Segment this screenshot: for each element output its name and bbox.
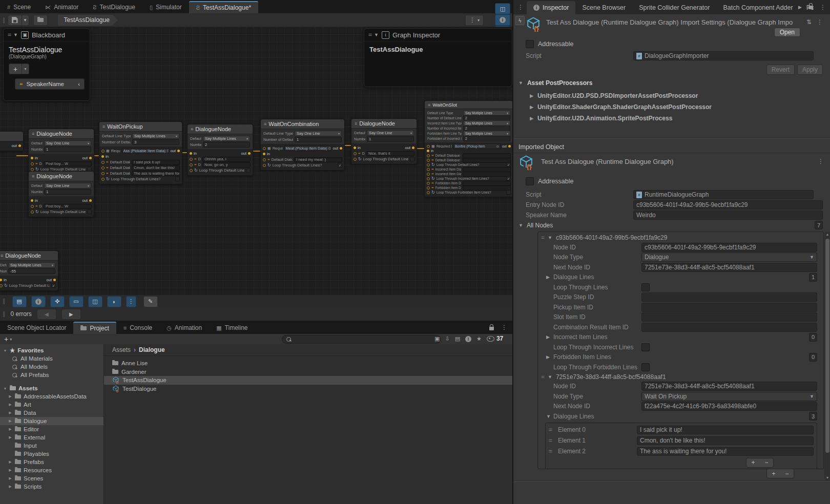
postprocessor-item[interactable]: ▶UnityEditor.U2D.PSD.PSDImporterAssetPos… [530, 90, 823, 101]
tab-console[interactable]: ≡Console [116, 322, 159, 334]
tab-scene-object-locator[interactable]: Scene Object Locator [0, 322, 73, 334]
play-tool-button[interactable]: ◗ [107, 296, 121, 307]
assets-root[interactable]: ▼Assets [0, 384, 103, 392]
element-field[interactable]: The ass is waiting there for you! [637, 447, 814, 456]
apply-button[interactable]: Apply [797, 65, 823, 75]
tab-animation[interactable]: ◷Animation [159, 322, 209, 334]
property-port-icon[interactable] [427, 159, 430, 162]
graph-node-dialoguenode[interactable]: ≡DialogueNodeDefault Line TypeSay One Li… [28, 129, 94, 175]
layout-tool-button[interactable]: ◫ [88, 296, 102, 307]
node-number-field[interactable]: 1 [295, 137, 342, 142]
node-title-bar[interactable]: ≡StartNode [0, 132, 23, 141]
graph-node-waitonpickup[interactable]: ≡WaitOnPickupDefault Line TypeSay Multip… [99, 121, 182, 184]
node-dropdown[interactable]: Say One Line▾ [295, 131, 342, 136]
out-port-icon[interactable] [248, 152, 251, 155]
row-checkbox[interactable] [641, 283, 650, 291]
row-field[interactable]: 7251e73e-38d3-44ff-a8c5-bcf54088aaf1 [641, 263, 817, 272]
graph-node-waitoncombination[interactable]: ≡WaitOnCombinationDefault Line TypeSay O… [260, 119, 345, 171]
node-dropdown[interactable]: Say Multiple Lines▾ [132, 133, 179, 139]
node-dropdown[interactable]: Say Multiple Lines▾ [463, 120, 510, 126]
node-dropdown[interactable]: Say Multiple Lines▾ [8, 262, 55, 268]
drag-handle-icon[interactable]: = [549, 426, 554, 433]
out-port-icon[interactable] [18, 144, 21, 147]
tab-batch-component-adder[interactable]: Batch Component Adder [716, 1, 799, 14]
postprocessor-item[interactable]: ▶UnityEditor.U2D.Animation.SpritePostPro… [530, 113, 823, 124]
tab-timeline[interactable]: ▦Timeline [209, 322, 255, 334]
tree-folder-art[interactable]: ▶Art [0, 401, 103, 409]
previous-error-button[interactable]: ◀ [37, 309, 56, 320]
blackboard-property-speakername[interactable]: “ SpeakerName ‹ [15, 78, 85, 90]
unlock-icon[interactable] [808, 6, 813, 9]
dialogue-graph-canvas[interactable]: = ▼ ▣ Blackboard TestAssDialogue (Dialog… [0, 27, 512, 295]
tab-inspector[interactable]: iInspector [527, 1, 575, 14]
property-port-icon[interactable] [263, 164, 266, 167]
kebab-icon[interactable]: ⋮ [501, 324, 507, 331]
node-title-bar[interactable]: ≡WaitOnCombination [261, 119, 344, 129]
element-field[interactable]: I said pick it up! [637, 426, 814, 434]
dialogue-line-field[interactable]: Ohhhh yea, i [202, 157, 251, 162]
graph-node-dialoguenode[interactable]: ≡DialogueNodeDefault Line TypeSay Multip… [0, 250, 58, 291]
property-port-icon[interactable] [427, 182, 430, 185]
node-entry-header[interactable]: =▼7251e73e-38d3-44ff-a8c5-bcf54088aaf1 [538, 372, 823, 382]
doc-button[interactable]: ▤ [455, 335, 460, 342]
object-picker-icon[interactable]: ⊙ [328, 146, 331, 151]
foldout-closed-icon[interactable]: ▶ [8, 427, 12, 431]
row-dropdown[interactable]: Wait On Pickup▼ [641, 392, 817, 401]
dialogue-line-field[interactable]: I said pick it up! [132, 160, 180, 165]
row-checkbox[interactable] [641, 363, 650, 371]
remove-element-button[interactable]: − [780, 469, 794, 478]
foldout-closed-icon[interactable]: ▶ [8, 411, 12, 415]
node-number-field[interactable]: 2 [203, 142, 250, 148]
open-button[interactable]: Open [774, 28, 800, 37]
node-number-field[interactable]: 3 [132, 139, 179, 145]
property-port-icon[interactable] [427, 168, 430, 171]
inspector-scrollbar[interactable]: ▲ ▼ [824, 232, 830, 480]
dialogue-line-field[interactable]: Post boy... W [44, 204, 92, 209]
favorites-item-all-models[interactable]: All Models [0, 363, 103, 371]
property-port-icon[interactable] [31, 162, 34, 165]
tree-folder-prefabs[interactable]: ▶Prefabs [0, 458, 103, 466]
property-port-icon[interactable] [190, 169, 193, 172]
dialogue-line-field[interactable] [463, 158, 511, 163]
tab-scroll-right-icon[interactable]: ▶ [798, 5, 802, 10]
property-port-icon[interactable] [263, 158, 266, 161]
property-collapse-icon[interactable]: ‹ [78, 81, 80, 87]
foldout-closed-icon[interactable]: ▶ [8, 468, 12, 472]
kebab-icon[interactable]: ⋮ [818, 158, 824, 165]
node-checkbox[interactable] [506, 190, 511, 195]
node-checkbox[interactable]: ✓ [338, 163, 342, 167]
debug-mode-button[interactable]: ϟ [515, 16, 525, 25]
property-port-icon[interactable] [190, 158, 193, 161]
row-checkbox[interactable] [641, 343, 650, 351]
save-button[interactable] [8, 15, 22, 26]
property-port-icon[interactable] [190, 163, 193, 166]
entry-node-field[interactable]: c93b5606-401f-49a2-99b5-9ecbf1fa9c29 [633, 200, 823, 209]
node-checkbox[interactable] [410, 157, 414, 161]
in-port-icon[interactable] [31, 199, 33, 202]
foldout-open-icon[interactable]: ▼ [548, 374, 552, 380]
script-field[interactable]: # DialogueGraphImporter ⊙ [633, 51, 814, 60]
object-field[interactable]: Bonfire (Pickup Item⊙ [453, 143, 501, 149]
node-number-field[interactable]: 1 [44, 189, 91, 195]
tools-tool-button[interactable]: ✜ [50, 296, 65, 307]
property-port-icon[interactable] [354, 152, 357, 155]
tab-scene[interactable]: #Scene [0, 1, 38, 13]
foldout-open-icon[interactable]: ▼ [3, 387, 7, 390]
dialogue-line-field[interactable]: Nice, that's it [366, 151, 414, 156]
element-field[interactable]: Cmon, don't be like this! [637, 436, 814, 445]
toolbar-drag-handle[interactable]: ∥ [0, 311, 8, 318]
node-number-field[interactable]: 1 [367, 136, 414, 142]
tree-folder-input[interactable]: Input [0, 442, 103, 450]
out-port-icon[interactable] [177, 150, 180, 152]
property-port-icon[interactable] [0, 284, 3, 287]
object-picker-icon[interactable]: ⊙ [167, 149, 169, 153]
out-port-icon[interactable] [89, 157, 92, 159]
asset-item-testdialogue[interactable]: TestDialogue [104, 385, 512, 393]
dialogue-line-field[interactable]: Cmon, don't be like this! [132, 165, 180, 171]
node-title-bar[interactable]: ≡DialogueNode [188, 124, 253, 134]
graph-inspector-header[interactable]: = ▼ i Graph Inspector [364, 29, 512, 41]
out-port-icon[interactable] [89, 199, 92, 202]
tab-project[interactable]: Project [73, 322, 116, 334]
node-number-field[interactable]: 2 [463, 115, 510, 121]
in-port-icon[interactable] [427, 150, 429, 152]
